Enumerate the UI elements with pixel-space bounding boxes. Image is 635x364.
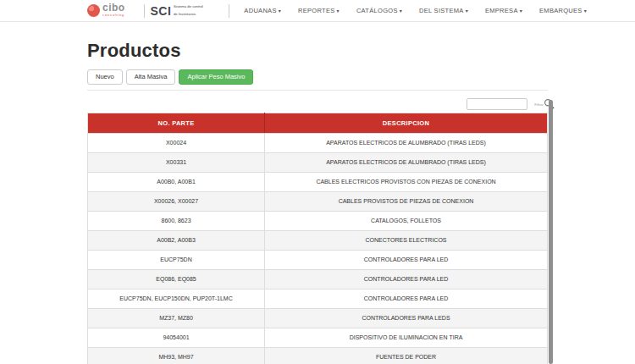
app-subtitle-line2: de Inventarios bbox=[174, 12, 203, 16]
cell-no-parte: X00331 bbox=[88, 152, 265, 172]
column-header-descripcion: DESCRIPCION bbox=[265, 113, 548, 133]
nav-item-catalogos[interactable]: CATÁLOGOS▾ bbox=[356, 7, 402, 14]
table-row[interactable]: EUCP75DNCONTROLADORES PARA LED bbox=[88, 250, 548, 269]
cell-no-parte: EUCP75DN bbox=[88, 250, 265, 269]
cell-no-parte: A00B2, A00B3 bbox=[88, 230, 265, 250]
cell-no-parte: MZ37, MZ80 bbox=[88, 308, 265, 328]
main-nav: ADUANAS▾ REPORTES▾ CATÁLOGOS▾ DEL SISTEM… bbox=[244, 7, 604, 14]
nuevo-button[interactable]: Nuevo bbox=[87, 69, 123, 85]
brand-subtitle: consulting bbox=[102, 13, 124, 16]
vertical-scrollbar[interactable] bbox=[549, 100, 553, 364]
logo-divider bbox=[144, 4, 145, 18]
chevron-down-icon: ▾ bbox=[520, 8, 522, 14]
aplicar-peso-masivo-button[interactable]: Aplicar Peso Masivo bbox=[179, 69, 253, 85]
app-subtitle-line1: Sistema de control bbox=[174, 5, 203, 9]
column-header-no-parte: NO. PARTE bbox=[88, 113, 265, 133]
nav-item-empresa[interactable]: EMPRESA▾ bbox=[485, 7, 522, 14]
cell-no-parte: A00B0, A00B1 bbox=[88, 172, 265, 191]
cell-descripcion: CONTROLADORES PARA LEDS bbox=[265, 308, 548, 328]
logo: cibo consulting bbox=[87, 3, 138, 19]
search-row: Filtrar bbox=[87, 98, 548, 111]
table-body: X00024APARATOS ELECTRICOS DE ALUMBRADO (… bbox=[88, 133, 548, 364]
page-title: Productos bbox=[87, 40, 548, 62]
cell-no-parte: 8600, 8623 bbox=[88, 211, 265, 230]
table-row[interactable]: A00B2, A00B3CONECTORES ELECTRICOS bbox=[88, 230, 548, 250]
table-row[interactable]: MZ37, MZ80CONTROLADORES PARA LEDS bbox=[88, 308, 548, 328]
cell-descripcion: DISPOSITIVO DE ILUMINACION EN TIRA bbox=[265, 328, 548, 347]
cell-descripcion: CABLES ELECTRICOS PROVISTOS CON PIEZAS D… bbox=[265, 172, 548, 191]
nav-item-embarques[interactable]: EMBARQUES▾ bbox=[539, 7, 587, 14]
filter-label: Filtrar bbox=[534, 102, 544, 106]
table-row[interactable]: A00B0, A00B1CABLES ELECTRICOS PROVISTOS … bbox=[88, 172, 548, 191]
panel-divider bbox=[87, 90, 548, 91]
table-row[interactable]: 8600, 8623CATALOGOS, FOLLETOS bbox=[88, 211, 548, 230]
cell-descripcion: APARATOS ELECTRICOS DE ALUMBRADO (TIRAS … bbox=[265, 152, 548, 172]
filter-input[interactable] bbox=[467, 98, 527, 110]
cell-no-parte: X00024 bbox=[88, 133, 265, 152]
table-row[interactable]: X00024APARATOS ELECTRICOS DE ALUMBRADO (… bbox=[88, 133, 548, 152]
chevron-down-icon: ▾ bbox=[337, 8, 340, 14]
chevron-down-icon: ▾ bbox=[466, 8, 468, 14]
cell-descripcion: CONECTORES ELECTRICOS bbox=[265, 230, 548, 250]
toolbar: Nuevo Alta Masiva Aplicar Peso Masivo bbox=[87, 69, 548, 85]
nav-item-aduanas[interactable]: ADUANAS▾ bbox=[244, 7, 281, 14]
table-row[interactable]: X00331APARATOS ELECTRICOS DE ALUMBRADO (… bbox=[88, 152, 548, 172]
cell-no-parte: X00026, X00027 bbox=[88, 191, 265, 211]
table-row[interactable]: EQ086, EQ085CONTROLADORES PARA LED bbox=[88, 269, 548, 289]
cell-no-parte: MH93, MH97 bbox=[88, 347, 265, 364]
cell-descripcion: CONTROLADORES PARA LED bbox=[265, 269, 548, 289]
table-row[interactable]: EUCP75DN, EUCP150DN, PUP20T-1LMCCONTROLA… bbox=[88, 289, 548, 308]
productos-table: NO. PARTE DESCRIPCION X00024APARATOS ELE… bbox=[87, 113, 548, 364]
table-row[interactable]: 94054001DISPOSITIVO DE ILUMINACION EN TI… bbox=[88, 328, 548, 347]
cell-descripcion: CATALOGOS, FOLLETOS bbox=[265, 211, 548, 230]
cell-descripcion: CABLES PROVISTOS DE PIEZAS DE CONEXION bbox=[265, 191, 548, 211]
nav-divider bbox=[229, 4, 229, 18]
chevron-down-icon: ▾ bbox=[400, 8, 402, 14]
cell-descripcion: APARATOS ELECTRICOS DE ALUMBRADO (TIRAS … bbox=[265, 133, 548, 152]
cell-descripcion: CONTROLADORES PARA LED bbox=[265, 250, 548, 269]
chevron-down-icon: ▾ bbox=[584, 8, 587, 14]
table-row[interactable]: MH93, MH97FUENTES DE PODER bbox=[88, 347, 548, 364]
nav-item-del-sistema[interactable]: DEL SISTEMA▾ bbox=[419, 7, 468, 14]
brand-name: cibo bbox=[102, 3, 138, 13]
alta-masiva-button[interactable]: Alta Masiva bbox=[126, 69, 176, 85]
cell-descripcion: FUENTES DE PODER bbox=[265, 347, 548, 364]
app-name: SCI bbox=[151, 4, 172, 18]
main-content: Productos Nuevo Alta Masiva Aplicar Peso… bbox=[87, 40, 548, 364]
table-row[interactable]: X00026, X00027CABLES PROVISTOS DE PIEZAS… bbox=[88, 191, 548, 211]
cell-no-parte: EQ086, EQ085 bbox=[88, 269, 265, 289]
cell-no-parte: EUCP75DN, EUCP150DN, PUP20T-1LMC bbox=[88, 289, 265, 308]
app-logo: SCI Sistema de control de Inventarios bbox=[151, 3, 224, 17]
chevron-down-icon: ▾ bbox=[279, 8, 281, 14]
table-header-row: NO. PARTE DESCRIPCION bbox=[88, 113, 548, 133]
nav-item-reportes[interactable]: REPORTES▾ bbox=[298, 7, 340, 14]
cibo-logo-icon bbox=[87, 4, 100, 17]
cell-descripcion: CONTROLADORES PARA LED bbox=[265, 289, 548, 308]
navbar: cibo consulting SCI Sistema de control d… bbox=[0, 0, 635, 22]
cell-no-parte: 94054001 bbox=[88, 328, 265, 347]
